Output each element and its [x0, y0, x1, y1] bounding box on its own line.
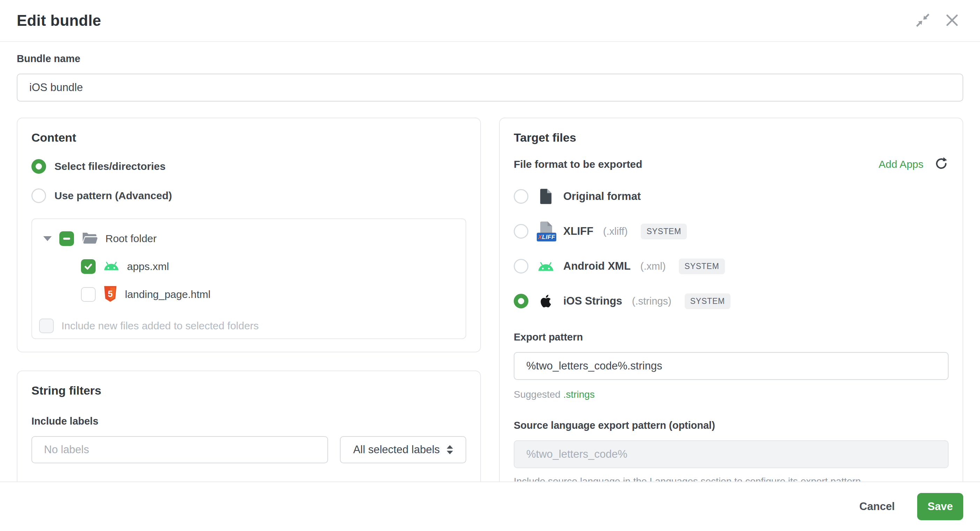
modal-header: Edit bundle — [0, 0, 980, 42]
updown-arrows-icon — [447, 445, 453, 454]
save-button[interactable]: Save — [917, 493, 963, 520]
system-badge: SYSTEM — [685, 293, 730, 309]
radio-use-pattern[interactable]: Use pattern (Advanced) — [32, 188, 466, 203]
format-name: Original format — [563, 190, 641, 203]
format-ext: (.strings) — [632, 296, 671, 307]
tree-row-landing-page[interactable]: 5 landing_page.html — [81, 284, 458, 305]
tree-row-root-folder[interactable]: Root folder — [43, 228, 458, 249]
page-title: Edit bundle — [17, 12, 101, 29]
apps-xml-checkbox[interactable] — [81, 259, 95, 274]
close-button[interactable] — [944, 12, 961, 29]
format-ext: (.xliff) — [603, 226, 627, 237]
collapse-icon — [915, 12, 931, 29]
radio-select-files-label: Select files/directories — [54, 161, 166, 172]
string-filters-heading: String filters — [32, 384, 466, 397]
export-pattern-input[interactable] — [514, 352, 948, 380]
system-badge: SYSTEM — [679, 259, 724, 274]
export-pattern-label: Export pattern — [514, 331, 948, 343]
suggested-label: Suggested — [514, 389, 560, 400]
radio-off-icon — [514, 224, 528, 238]
source-pattern-label: Source language export pattern (optional… — [514, 420, 948, 431]
suggested-strings-link[interactable]: .strings — [563, 389, 595, 400]
header-actions — [915, 12, 961, 29]
android-icon — [103, 261, 119, 272]
include-new-files-row[interactable]: Include new files added to selected fold… — [39, 315, 458, 336]
labels-mode-value: All selected labels — [353, 444, 440, 456]
system-badge: SYSTEM — [641, 224, 686, 239]
file-format-label: File format to be exported — [514, 158, 642, 170]
radio-off-icon — [514, 259, 528, 273]
modal-footer: Cancel Save — [0, 482, 980, 531]
format-row-xliff[interactable]: XLIFF XLIFF (.xliff) SYSTEM — [514, 221, 948, 242]
radio-off-icon — [32, 188, 46, 203]
labels-mode-select[interactable]: All selected labels — [340, 436, 466, 463]
close-icon — [945, 13, 959, 29]
tree-apps-xml-label: apps.xml — [127, 261, 169, 272]
format-ext: (.xml) — [640, 261, 665, 272]
format-name: iOS Strings — [563, 295, 622, 307]
radio-use-pattern-label: Use pattern (Advanced) — [54, 190, 172, 202]
suggested-line: Suggested .strings — [514, 389, 948, 400]
labels-input[interactable] — [32, 436, 328, 463]
format-name: XLIFF — [563, 225, 593, 238]
target-files-card: Target files File format to be exported … — [499, 118, 963, 482]
format-row-android-xml[interactable]: Android XML (.xml) SYSTEM — [514, 255, 948, 277]
string-filters-card: String filters Include labels All select… — [17, 370, 481, 482]
add-apps-link[interactable]: Add Apps — [879, 158, 923, 170]
cancel-button[interactable]: Cancel — [859, 500, 895, 513]
bundle-name-label: Bundle name — [17, 53, 963, 65]
tree-root-label: Root folder — [105, 233, 157, 245]
content-card: Content Select files/directories Use pat… — [17, 118, 481, 352]
radio-select-files[interactable]: Select files/directories — [32, 159, 466, 174]
root-folder-checkbox[interactable] — [59, 231, 74, 246]
file-icon — [537, 188, 555, 204]
refresh-icon[interactable] — [934, 156, 948, 172]
include-new-files-label: Include new files added to selected fold… — [61, 320, 259, 332]
format-row-ios-strings[interactable]: iOS Strings (.strings) SYSTEM — [514, 290, 948, 312]
android-icon — [537, 261, 555, 272]
folder-icon — [82, 231, 98, 246]
bundle-name-input[interactable] — [17, 74, 963, 102]
source-pattern-input — [514, 440, 948, 468]
svg-text:5: 5 — [108, 289, 113, 298]
target-files-heading: Target files — [514, 131, 948, 145]
radio-on-icon — [514, 294, 528, 308]
include-new-files-checkbox[interactable] — [39, 318, 54, 333]
source-pattern-helper: Include source language in the Languages… — [514, 476, 948, 482]
format-row-original[interactable]: Original format — [514, 186, 948, 207]
modal-body: Bundle name Content Select files/directo… — [0, 43, 980, 482]
collapse-button[interactable] — [915, 12, 931, 29]
content-heading: Content — [32, 131, 466, 145]
tree-row-apps-xml[interactable]: apps.xml — [81, 256, 458, 277]
html5-icon: 5 — [103, 286, 117, 303]
landing-page-checkbox[interactable] — [81, 287, 95, 302]
format-name: Android XML — [563, 260, 631, 272]
tree-landing-page-label: landing_page.html — [125, 289, 210, 300]
radio-on-icon — [32, 159, 46, 174]
include-labels-label: Include labels — [32, 415, 466, 427]
caret-down-icon[interactable] — [43, 236, 52, 241]
radio-off-icon — [514, 189, 528, 204]
apple-icon — [537, 294, 555, 308]
file-tree: Root folder — [32, 218, 466, 339]
xliff-icon: XLIFF — [537, 221, 555, 242]
